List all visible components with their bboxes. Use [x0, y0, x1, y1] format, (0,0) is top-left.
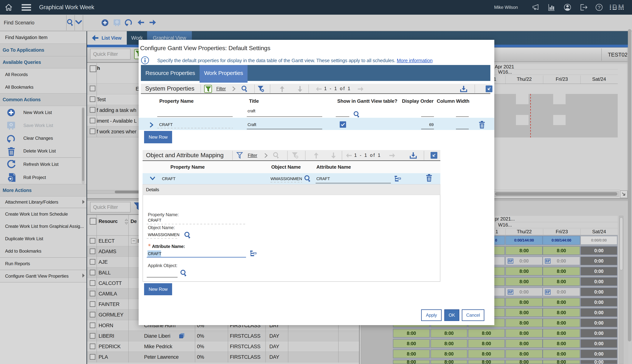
svg-text:IBM: IBM [609, 4, 624, 11]
svg-text:?: ? [598, 5, 600, 10]
